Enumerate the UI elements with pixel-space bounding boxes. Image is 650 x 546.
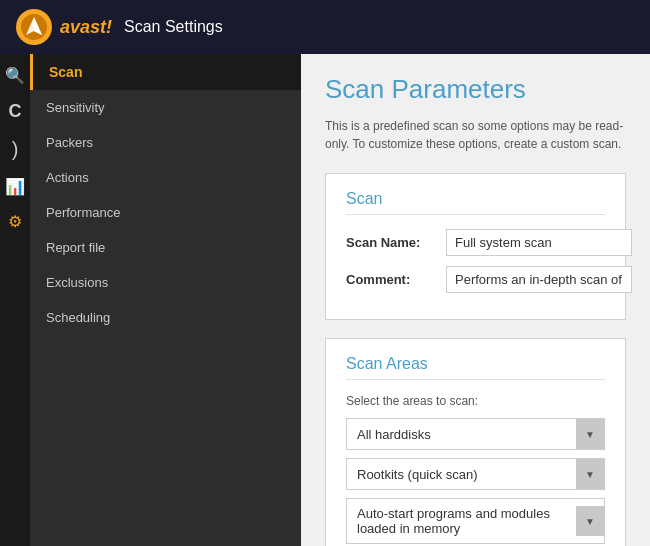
content-area: Scan Parameters This is a predefined sca…	[301, 54, 650, 546]
main-container: 🔍 C ) 📊 ⚙ Scan Sensitivity Packers Actio…	[0, 54, 650, 546]
sidebar-item-scan[interactable]: Scan	[30, 54, 301, 90]
scan-name-label: Scan Name:	[346, 235, 446, 250]
comment-row: Comment:	[346, 266, 605, 293]
scan-areas-section-card: Scan Areas Select the areas to scan: All…	[325, 338, 626, 546]
sidebar-item-packers[interactable]: Packers	[30, 125, 301, 160]
page-title: Scan Parameters	[325, 74, 626, 105]
sidebar-item-scheduling[interactable]: Scheduling	[30, 300, 301, 335]
comment-input[interactable]	[446, 266, 632, 293]
dropdown-autostart[interactable]: Auto-start programs and modules loaded i…	[346, 498, 605, 544]
dropdown-harddisks-value: All harddisks	[347, 420, 576, 449]
avast-logo-icon	[16, 9, 52, 45]
scan-name-row: Scan Name:	[346, 229, 605, 256]
dropdown-autostart-arrow[interactable]: ▼	[576, 506, 604, 536]
dropdown-harddisks[interactable]: All harddisks ▼	[346, 418, 605, 450]
sidebar-icon-scan[interactable]: 🔍	[5, 66, 25, 85]
sidebar-item-exclusions[interactable]: Exclusions	[30, 265, 301, 300]
logo-container: avast! Scan Settings	[16, 9, 223, 45]
dropdown-rootkits[interactable]: Rootkits (quick scan) ▼	[346, 458, 605, 490]
sidebar-item-performance[interactable]: Performance	[30, 195, 301, 230]
sidebar-icon-chart[interactable]: 📊	[5, 177, 25, 196]
sidebar: 🔍 C ) 📊 ⚙ Scan Sensitivity Packers Actio…	[0, 54, 301, 546]
dropdown-harddisks-arrow[interactable]: ▼	[576, 419, 604, 449]
sidebar-icon-c[interactable]: C	[9, 101, 22, 122]
brand-name: avast!	[60, 17, 112, 38]
scan-name-input[interactable]	[446, 229, 632, 256]
scan-section-title: Scan	[346, 190, 605, 215]
sidebar-item-actions[interactable]: Actions	[30, 160, 301, 195]
header-title: Scan Settings	[124, 18, 223, 36]
comment-label: Comment:	[346, 272, 446, 287]
sidebar-icon-strip: 🔍 C ) 📊 ⚙	[0, 54, 30, 546]
scan-areas-title: Scan Areas	[346, 355, 605, 380]
scan-areas-description: Select the areas to scan:	[346, 394, 605, 408]
info-text: This is a predefined scan so some option…	[325, 117, 626, 153]
scan-section-card: Scan Scan Name: Comment:	[325, 173, 626, 320]
header: avast! Scan Settings	[0, 0, 650, 54]
sidebar-nav: Scan Sensitivity Packers Actions Perform…	[30, 54, 301, 546]
sidebar-item-report-file[interactable]: Report file	[30, 230, 301, 265]
dropdown-autostart-value: Auto-start programs and modules loaded i…	[347, 499, 576, 543]
dropdown-rootkits-value: Rootkits (quick scan)	[347, 460, 576, 489]
sidebar-icon-settings[interactable]: ⚙	[8, 212, 22, 231]
sidebar-icon-paren[interactable]: )	[12, 138, 19, 161]
dropdown-rootkits-arrow[interactable]: ▼	[576, 459, 604, 489]
sidebar-item-sensitivity[interactable]: Sensitivity	[30, 90, 301, 125]
